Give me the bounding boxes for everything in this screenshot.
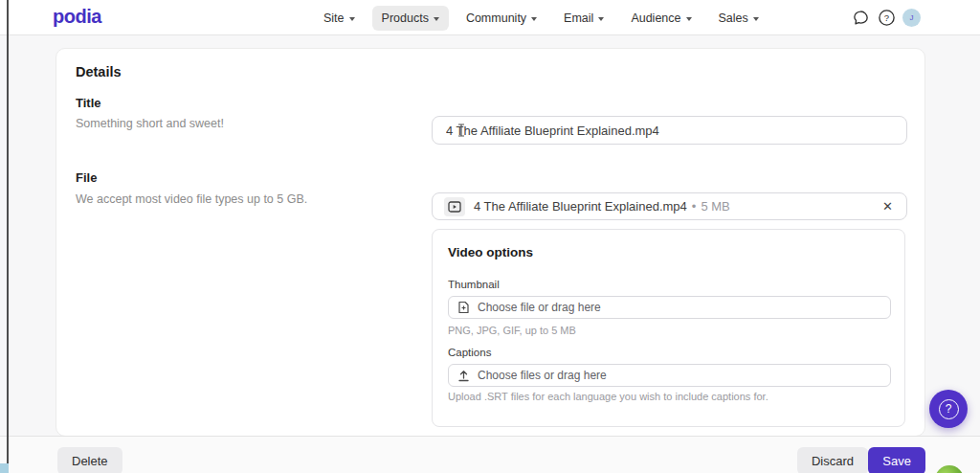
floating-help-button[interactable]: ? xyxy=(929,390,968,428)
delete-button[interactable]: Delete xyxy=(57,447,122,473)
nav-item-label: Products xyxy=(382,11,429,25)
details-card: Details Title Something short and sweet!… xyxy=(56,48,925,437)
remove-file-icon[interactable]: ✕ xyxy=(880,198,895,214)
help-icon[interactable]: ? xyxy=(877,9,896,28)
discard-button[interactable]: Discard xyxy=(797,447,868,473)
nav-item-label: Email xyxy=(564,11,593,25)
captions-label: Captions xyxy=(448,347,491,358)
nav-item-sales[interactable]: Sales xyxy=(709,6,768,31)
chevron-down-icon xyxy=(753,17,759,21)
title-label: Title xyxy=(76,96,101,110)
header-actions: ? J xyxy=(851,0,921,35)
title-help: Something short and sweet! xyxy=(76,117,224,130)
question-icon: ? xyxy=(939,399,959,419)
file-size-separator: • xyxy=(692,199,697,214)
file-label: File xyxy=(76,170,97,185)
video-options-panel: Video options Thumbnail Choose file or d… xyxy=(432,229,905,427)
action-bar: Delete Discard Save xyxy=(0,436,980,473)
upload-icon xyxy=(457,370,470,382)
chevron-down-icon xyxy=(434,17,439,21)
captions-help: Upload .SRT files for each language you … xyxy=(448,391,768,402)
chat-icon[interactable] xyxy=(851,9,870,28)
nav-item-label: Audience xyxy=(631,11,680,25)
avatar-initial: J xyxy=(910,13,914,22)
nav-item-label: Sales xyxy=(719,11,748,25)
video-file-icon xyxy=(444,197,465,216)
chevron-down-icon xyxy=(349,17,355,21)
top-nav-bar: podia Site Products Community Email Audi… xyxy=(0,0,980,35)
file-plus-icon xyxy=(457,301,470,314)
avatar[interactable]: J xyxy=(902,9,921,27)
chevron-down-icon xyxy=(686,17,692,21)
nav-item-audience[interactable]: Audience xyxy=(621,6,701,31)
thumbnail-label: Thumbnail xyxy=(448,279,500,290)
nav-item-products[interactable]: Products xyxy=(372,6,449,31)
chevron-down-icon xyxy=(598,17,604,21)
thumbnail-dropzone-label: Choose file or drag here xyxy=(478,301,601,314)
save-button[interactable]: Save xyxy=(868,447,925,473)
nav-item-community[interactable]: Community xyxy=(457,6,546,31)
chevron-down-icon xyxy=(531,17,537,21)
window-edge-line xyxy=(7,0,9,473)
nav-item-label: Site xyxy=(323,11,345,25)
nav-item-label: Community xyxy=(466,11,526,25)
details-heading: Details xyxy=(76,64,122,79)
captions-dropzone-label: Choose files or drag here xyxy=(478,369,607,382)
nav-item-site[interactable]: Site xyxy=(314,6,365,31)
video-options-heading: Video options xyxy=(448,245,533,259)
nav-item-email[interactable]: Email xyxy=(554,6,613,31)
podia-logo[interactable]: podia xyxy=(53,6,101,28)
title-input[interactable] xyxy=(432,116,907,145)
corner-artifact xyxy=(0,463,9,473)
captions-dropzone[interactable]: Choose files or drag here xyxy=(448,364,891,387)
file-size: 5 MB xyxy=(701,199,729,214)
uploaded-file-row: 4 The Affiliate Blueprint Explained.mp4 … xyxy=(432,192,907,220)
svg-text:?: ? xyxy=(883,12,888,23)
file-name: 4 The Affiliate Blueprint Explained.mp4 xyxy=(474,199,687,214)
thumbnail-dropzone[interactable]: Choose file or drag here xyxy=(448,296,891,319)
main-nav: Site Products Community Email Audience S… xyxy=(314,0,768,35)
file-help: We accept most video file types up to 5 … xyxy=(76,192,307,206)
thumbnail-help: PNG, JPG, GIF, up to 5 MB xyxy=(448,325,576,336)
